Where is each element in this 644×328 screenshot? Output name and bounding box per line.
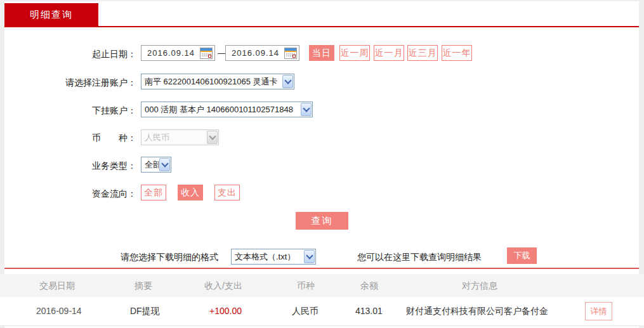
currency-select: 人民币 xyxy=(141,129,219,145)
flow-expense-button[interactable]: 支出 xyxy=(214,185,240,200)
cell-counterparty: 财付通支付科技有限公司客户备付金 xyxy=(406,306,548,317)
col-header-amount: 收入/支出 xyxy=(204,280,242,292)
sub-account-label: 下挂账户： xyxy=(0,105,136,117)
tab-underline xyxy=(4,26,639,27)
download-format-label: 请您选择下载明细的格式 xyxy=(121,252,218,263)
col-header-counterparty: 对方信息 xyxy=(462,280,497,292)
tab-detail-query[interactable]: 明细查询 xyxy=(4,3,98,26)
col-header-date: 交易日期 xyxy=(39,280,75,292)
cell-balance: 413.01 xyxy=(355,306,383,316)
col-header-summary: 摘要 xyxy=(135,280,152,292)
register-account-value: 南平 6222001406100921065 灵通卡 xyxy=(141,76,282,88)
quick-range-today-button[interactable]: 当日 xyxy=(309,45,334,61)
quick-range-year-button[interactable]: 近一年 xyxy=(442,45,472,61)
quick-range-week-button[interactable]: 近一周 xyxy=(339,45,370,61)
query-button[interactable]: 查询 xyxy=(296,212,348,230)
currency-value: 人民币 xyxy=(141,132,206,143)
date-from-value[interactable]: 2016.09.14 xyxy=(147,48,200,58)
download-format-select[interactable]: 文本格式（.txt） xyxy=(231,249,316,265)
table-top-separator xyxy=(4,268,639,269)
download-hint-text: 您可以在这里下载查询明细结果 xyxy=(357,252,482,263)
calendar-icon[interactable] xyxy=(200,48,213,59)
table-header-row: 交易日期 摘要 收入/支出 币种 余额 对方信息 xyxy=(0,274,644,297)
col-header-balance: 余额 xyxy=(360,280,378,292)
chevron-down-icon[interactable] xyxy=(159,158,170,171)
date-to-value[interactable]: 2016.09.14 xyxy=(232,48,284,58)
chevron-down-icon[interactable] xyxy=(282,75,293,88)
detail-button[interactable]: 详情 xyxy=(585,302,612,320)
table-row: 2016-09-14 DF提现 +100.00 人民币 413.01 财付通支付… xyxy=(0,297,644,326)
download-format-value: 文本格式（.txt） xyxy=(232,251,303,263)
chevron-down-icon[interactable] xyxy=(304,250,315,263)
date-from-input[interactable]: 2016.09.14 xyxy=(141,45,215,61)
business-type-value: 全部 xyxy=(141,159,159,171)
col-header-currency: 币种 xyxy=(297,280,315,292)
business-type-label: 业务类型： xyxy=(0,161,136,172)
quick-range-quarter-button[interactable]: 近三月 xyxy=(407,45,438,61)
chevron-down-icon xyxy=(207,131,218,144)
quick-range-month-button[interactable]: 近一月 xyxy=(374,45,404,61)
fund-flow-label: 资金流向： xyxy=(0,188,136,200)
flow-all-button[interactable]: 全部 xyxy=(141,185,166,200)
cell-date: 2016-09-14 xyxy=(36,306,82,316)
flow-income-button[interactable]: 收入 xyxy=(178,185,203,200)
currency-label: 币 种： xyxy=(0,133,136,144)
cell-amount: +100.00 xyxy=(209,306,242,316)
sub-account-select[interactable]: 000 活期 基本户 1406600101102571848 xyxy=(141,102,313,117)
download-button[interactable]: 下载 xyxy=(507,247,537,264)
date-to-input[interactable]: 2016.09.14 xyxy=(225,45,299,61)
sub-account-value: 000 活期 基本户 1406600101102571848 xyxy=(141,104,300,115)
transaction-detail-query-page: 明细查询 起止日期： 2016.09.14 — 2016.09.14 xyxy=(0,0,644,328)
cell-summary: DF提现 xyxy=(130,306,160,317)
date-range-label: 起止日期： xyxy=(0,49,136,60)
register-account-label: 请选择注册账户： xyxy=(0,77,136,89)
cell-currency: 人民币 xyxy=(292,306,319,317)
register-account-select[interactable]: 南平 6222001406100921065 灵通卡 xyxy=(141,74,294,89)
business-type-select[interactable]: 全部 xyxy=(141,157,171,173)
calendar-icon[interactable] xyxy=(284,48,297,59)
chevron-down-icon[interactable] xyxy=(301,103,312,116)
